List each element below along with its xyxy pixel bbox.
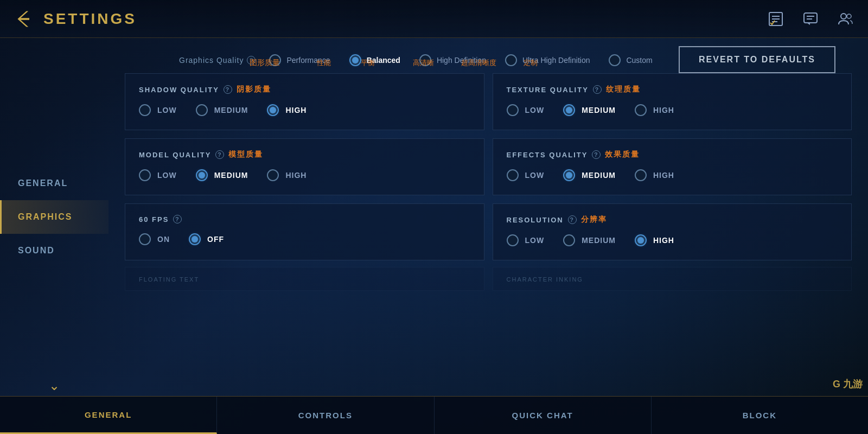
texture-quality-title: TEXTURE QUALITY ? 纹理质量 <box>507 85 838 94</box>
floating-text-label: FLOATING TEXT <box>139 276 199 283</box>
radio-resolution-low[interactable] <box>507 234 519 246</box>
shadow-quality-options: LOW MEDIUM HIGH <box>139 104 470 116</box>
friends-icon[interactable] <box>833 7 857 31</box>
svg-rect-1 <box>18 18 29 20</box>
chat-icon[interactable] <box>799 7 822 31</box>
sidebar-item-graphics[interactable]: GRAPHICS <box>0 200 108 234</box>
watermark: G 九游 <box>833 378 863 391</box>
shadow-low[interactable]: LOW <box>139 104 177 116</box>
resolution-title: RESOLUTION ? 分辨率 <box>507 215 838 225</box>
radio-resolution-high[interactable] <box>635 234 647 246</box>
radio-model-low[interactable] <box>139 169 151 181</box>
shadow-quality-title: SHADOW QUALITY ? 阴影质量 <box>139 85 470 94</box>
high-def-label-cn: 高清晰 <box>413 58 434 68</box>
radio-fps-on[interactable] <box>139 233 151 245</box>
sidebar-item-sound[interactable]: SOUND <box>0 234 108 267</box>
texture-quality-panel: TEXTURE QUALITY ? 纹理质量 LOW MEDIUM HIGH <box>493 73 852 130</box>
header-actions <box>764 7 857 31</box>
resolution-help[interactable]: ? <box>568 215 577 224</box>
tab-quick-chat[interactable]: QUICK CHAT <box>435 397 652 434</box>
fps-title: 60 FPS ? <box>139 215 470 224</box>
sidebar: GENERAL GRAPHICS SOUND <box>0 38 108 396</box>
model-low[interactable]: LOW <box>139 169 177 181</box>
model-medium[interactable]: MEDIUM <box>196 169 248 181</box>
texture-quality-help[interactable]: ? <box>593 85 602 94</box>
ultra-high-label-cn: 超高清晰度 <box>461 58 496 68</box>
effects-quality-panel: EFFECTS QUALITY ? 效果质量 LOW MEDIUM HIGH <box>493 138 852 195</box>
texture-quality-options: LOW MEDIUM HIGH <box>507 104 838 116</box>
model-high[interactable]: HIGH <box>267 169 307 181</box>
radio-texture-medium[interactable] <box>563 104 575 116</box>
resolution-low[interactable]: LOW <box>507 234 545 246</box>
shadow-quality-help[interactable]: ? <box>224 85 232 94</box>
more-settings-hint: FLOATING TEXT CHARACTER INKING <box>125 267 852 291</box>
graphics-quality-label-cn: 图形质量 <box>250 58 280 68</box>
texture-high[interactable]: HIGH <box>635 104 674 116</box>
effects-medium[interactable]: MEDIUM <box>563 169 616 181</box>
checklist-icon[interactable] <box>764 7 788 31</box>
tab-controls[interactable]: CONTROLS <box>217 397 434 434</box>
custom-label-cn: 定制 <box>524 58 538 68</box>
radio-model-high[interactable] <box>267 169 279 181</box>
radio-shadow-high[interactable] <box>267 104 279 116</box>
shadow-high[interactable]: HIGH <box>267 104 307 116</box>
fps-on[interactable]: ON <box>139 233 170 245</box>
page-title: SETTINGS <box>43 10 137 28</box>
resolution-high[interactable]: HIGH <box>635 234 674 246</box>
radio-shadow-medium[interactable] <box>196 104 208 116</box>
model-quality-options: LOW MEDIUM HIGH <box>139 169 470 181</box>
radio-resolution-medium[interactable] <box>563 234 575 246</box>
bottom-tab-bar: GENERAL CONTROLS QUICK CHAT BLOCK <box>0 396 868 434</box>
back-button[interactable] <box>11 5 38 33</box>
fps-panel: 60 FPS ? ON OFF <box>125 203 484 260</box>
header: SETTINGS <box>0 0 868 38</box>
texture-low[interactable]: LOW <box>507 104 545 116</box>
radio-effects-high[interactable] <box>635 169 647 181</box>
tab-block[interactable]: BLOCK <box>652 397 868 434</box>
radio-shadow-low[interactable] <box>139 104 151 116</box>
effects-quality-help[interactable]: ? <box>592 150 601 159</box>
resolution-panel: RESOLUTION ? 分辨率 LOW MEDIUM HIGH <box>493 203 852 260</box>
effects-quality-options: LOW MEDIUM HIGH <box>507 169 838 181</box>
svg-point-10 <box>841 14 846 19</box>
resolution-options: LOW MEDIUM HIGH <box>507 234 838 246</box>
sidebar-item-general[interactable]: GENERAL <box>0 167 108 200</box>
fps-off[interactable]: OFF <box>189 233 224 245</box>
revert-to-defaults-button[interactable]: REVERT TO DEFAULTS <box>679 46 835 73</box>
performance-label-cn: 性能 <box>317 58 331 68</box>
texture-medium[interactable]: MEDIUM <box>563 104 616 116</box>
balanced-label-cn: 平衡 <box>361 58 375 68</box>
fps-options: ON OFF <box>139 233 470 245</box>
radio-texture-low[interactable] <box>507 104 519 116</box>
character-inking-label: CHARACTER INKING <box>507 276 583 283</box>
sidebar-scroll-indicator: ⌄ <box>0 378 108 393</box>
resolution-medium[interactable]: MEDIUM <box>563 234 616 246</box>
svg-point-11 <box>847 14 851 18</box>
svg-marker-7 <box>807 23 810 25</box>
effects-quality-title: EFFECTS QUALITY ? 效果质量 <box>507 150 838 159</box>
shadow-quality-panel: SHADOW QUALITY ? 阴影质量 LOW MEDIUM HIGH <box>125 73 484 130</box>
main-content: Graphics Quality ? Performance Balanced … <box>108 38 868 396</box>
model-quality-panel: MODEL QUALITY ? 模型质量 LOW MEDIUM HIGH <box>125 138 484 195</box>
radio-effects-medium[interactable] <box>563 169 575 181</box>
shadow-medium[interactable]: MEDIUM <box>196 104 248 116</box>
model-quality-help[interactable]: ? <box>215 150 224 159</box>
effects-low[interactable]: LOW <box>507 169 545 181</box>
model-quality-title: MODEL QUALITY ? 模型质量 <box>139 150 470 159</box>
svg-rect-6 <box>804 13 817 23</box>
tab-general[interactable]: GENERAL <box>0 397 217 434</box>
radio-texture-high[interactable] <box>635 104 647 116</box>
fps-help[interactable]: ? <box>173 215 182 224</box>
settings-grid: SHADOW QUALITY ? 阴影质量 LOW MEDIUM HIGH <box>125 73 852 260</box>
effects-high[interactable]: HIGH <box>635 169 674 181</box>
radio-model-medium[interactable] <box>196 169 208 181</box>
radio-effects-low[interactable] <box>507 169 519 181</box>
radio-fps-off[interactable] <box>189 233 201 245</box>
